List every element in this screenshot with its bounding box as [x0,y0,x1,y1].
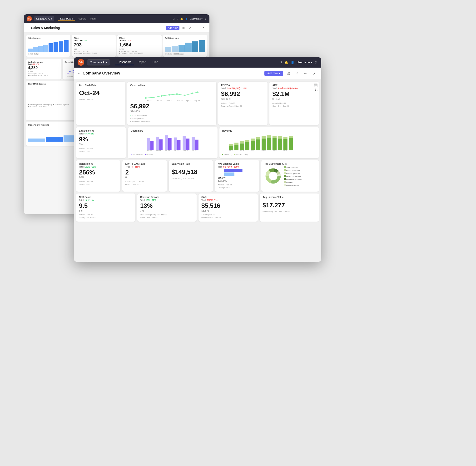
front-row-4: NPS Score Total 1.0 +11% 9.5 8.5 Actuals… [76,194,319,222]
svg-rect-51 [262,136,266,139]
customers-card-back: #Customers ■ 2023 Budget [26,35,70,57]
help-icon-front[interactable]: ? [280,61,282,64]
svg-rect-20 [147,138,150,150]
username-back[interactable]: Username ▾ [190,18,203,20]
back-metrics-row1: #Customers ■ 2023 Budget SQLs Total 154 … [24,33,209,59]
settings-icon-front[interactable]: ⚙ [315,61,317,64]
user-icon-front[interactable]: 👤 [290,61,294,64]
back-arrow[interactable]: ← [27,26,30,29]
add-new-button-front[interactable]: Add New ▾ [264,71,283,76]
svg-text:Jul 23: Jul 23 [251,150,254,151]
svg-text:Feb 23: Feb 23 [156,150,161,151]
self-signup-chart [165,40,205,52]
svg-point-12 [192,93,194,94]
cash-on-hand-card: Cash on Hand Dec 22 Jan 23 [127,82,216,125]
svg-text:Oct 23: Oct 23 [262,150,266,151]
arr-card: ARR Total Total $(3.1M) -145% $2.1M $5.3… [269,82,319,125]
print-icon-front[interactable]: 🖨 [285,70,292,77]
svg-rect-41 [234,142,238,145]
svg-rect-59 [283,137,287,139]
add-new-button-back[interactable]: Add New [166,26,179,30]
svg-rect-53 [267,135,271,137]
svg-rect-48 [256,139,260,150]
svg-rect-57 [278,136,282,139]
bell-icon-front[interactable]: 🔔 [284,61,288,64]
collapse-icon-back[interactable]: ∧ [201,25,206,30]
top-customers-arr-card: Top Customers ARR [261,160,319,192]
svg-rect-21 [151,141,154,150]
svg-text:Jan 23: Jan 23 [229,150,233,151]
chat-icon[interactable]: 💬 [314,83,317,87]
avg-lifetime-value-card: Avg Lifetime Value Total $(17,160) -166%… [215,160,259,192]
tab-plan-front[interactable]: Plan [150,59,161,65]
retention-pct-card: Retention % Total 166% +65% 256% 90% Act… [76,160,120,192]
svg-rect-43 [240,141,244,143]
sidebar-icons: 💬 ℹ [314,83,317,92]
svg-point-7 [153,97,155,98]
svg-text:Feb 23: Feb 23 [167,99,172,102]
svg-rect-68 [224,169,242,172]
svg-rect-56 [278,139,282,150]
svg-rect-29 [186,139,190,150]
tab-dashboard-front[interactable]: Dashboard [115,59,134,65]
tab-report-front[interactable]: Report [135,59,149,65]
warning-icon-back: ⚠ [173,18,175,20]
tab-report-back[interactable]: Report [76,17,88,21]
ebitda-card: EBITDA Total Total $(7,697) -110% $6,992… [218,82,268,125]
customers-card-front: Customers Ja [128,127,218,158]
ltv-cac-card: LTV To CAC Ratio Total (6) -316% 2 8 Act… [122,160,167,192]
company-selector-front[interactable]: Company A ▾ [87,59,110,65]
svg-rect-50 [262,139,266,150]
svg-text:Jun 23: Jun 23 [192,150,197,151]
tab-dashboard-back[interactable]: Dashboard [58,17,75,21]
svg-rect-55 [273,136,277,138]
svg-rect-47 [251,139,255,141]
svg-text:Apr 24: Apr 24 [283,150,287,151]
share-icon-back[interactable]: ↗ [187,25,193,30]
brand-logo: Driv [27,16,32,22]
svg-rect-49 [256,137,260,139]
settings-icon-back[interactable]: ⚙ [204,18,207,20]
cash-on-hand-chart: Dec 22 Jan 23 Feb 23 Mar 23 Apr 23 May 2… [130,88,213,102]
svg-text:May 23: May 23 [183,150,188,151]
cac-card: CAC Total $(363) -7% $5,516 $5,876 Actua… [198,194,258,222]
back-nav-tabs: Dashboard Report Plan [58,17,98,21]
front-back-arrow[interactable]: ← [78,72,81,75]
front-page-header: ← Company Overview Add New ▾ 🖨 ↗ ⋯ ∧ [74,68,321,79]
svg-rect-31 [195,140,198,150]
collapse-icon-front[interactable]: ∧ [311,70,317,77]
front-navbar: Driv Company A ▾ Dashboard Report Plan ?… [74,57,321,68]
svg-text:Apr 23: Apr 23 [174,150,178,151]
company-selector[interactable]: Company A ▾ [34,16,54,22]
top-customers-legend: Stark Industries Acme Corporation Planet… [284,166,302,187]
sqls-card-back: SQLs Total 154 +19% 793 639 ■ Actuals | … [72,35,116,57]
svg-rect-22 [156,137,159,150]
svg-rect-42 [240,143,244,150]
more-icon-back[interactable]: ⋯ [194,25,199,30]
username-front[interactable]: Username ▾ [297,61,312,64]
svg-rect-28 [183,136,186,150]
front-row-2: Expansion % Total 6% +66% 9% 3% Actuals … [76,127,319,158]
grid-icon-back[interactable]: ⊞ [181,25,186,30]
svg-rect-25 [168,138,172,150]
info-icon[interactable]: ℹ [314,89,317,92]
svg-rect-39 [229,144,233,146]
svg-text:Jan 24: Jan 24 [273,150,277,151]
revenue-growth-card: Revenue Growth Total 10% +77% 13% 3% 202… [137,194,197,222]
more-icon-front[interactable]: ⋯ [302,70,309,77]
top-customers-content: Stark Industries Acme Corporation Planet… [264,166,316,187]
svg-text:Apr 23: Apr 23 [186,99,191,102]
svg-rect-54 [273,138,277,150]
svg-text:Dec 22: Dec 22 [146,99,151,102]
svg-rect-52 [267,137,271,150]
front-row-3: Retention % Total 166% +65% 256% 90% Act… [76,160,319,192]
nps-score-card: NPS Score Total 1.0 +11% 9.5 8.5 Actuals… [76,194,135,222]
svg-text:Mar 23: Mar 23 [177,99,183,102]
tab-plan-back[interactable]: Plan [89,17,98,21]
svg-rect-27 [177,140,181,150]
share-icon-front[interactable]: ↗ [294,70,300,77]
front-nav-tabs: Dashboard Report Plan [115,59,161,65]
website-views-card: Website Views Total (59) -1% 4,280 4,339… [26,59,61,80]
front-nav-right: ? 🔔 👤 Username ▾ ⚙ [280,61,317,64]
salary-run-rate-card: Salary Run Rate $149,518 2023 Rolling Fc… [169,160,213,192]
